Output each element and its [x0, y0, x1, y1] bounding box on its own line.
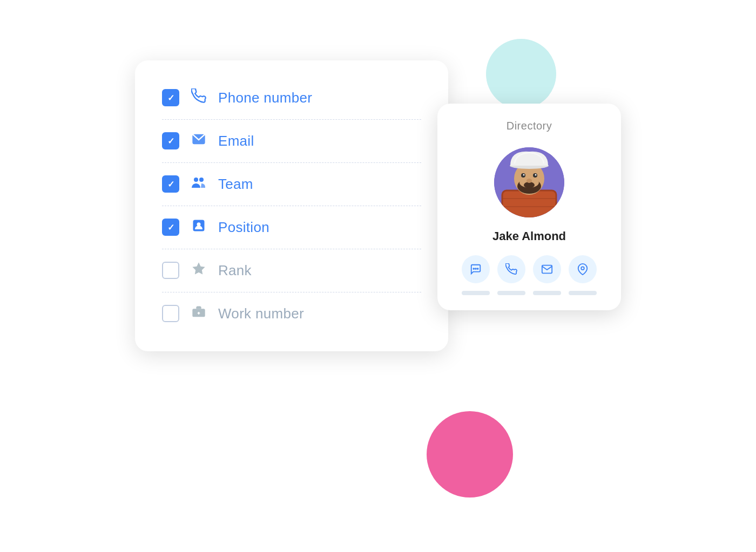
- svg-point-22: [523, 174, 525, 175]
- svg-point-1: [194, 178, 198, 182]
- checkbox-work-number[interactable]: [162, 305, 179, 322]
- avatar-container: [450, 147, 608, 217]
- pink-circle-decoration: [427, 411, 513, 498]
- checklist-item-position: Position: [162, 206, 421, 249]
- email-button[interactable]: [533, 255, 561, 283]
- phone-label: Phone number: [218, 90, 312, 106]
- position-icon: [189, 218, 208, 237]
- location-button[interactable]: [569, 255, 597, 283]
- svg-point-23: [535, 174, 537, 175]
- scene: Phone number Email Tea: [135, 39, 621, 514]
- call-button[interactable]: [497, 255, 525, 283]
- work-number-label: Work number: [218, 305, 304, 322]
- action-icons-row: [450, 255, 608, 283]
- rank-icon: [189, 261, 208, 280]
- work-number-icon: [189, 304, 208, 323]
- rank-label: Rank: [218, 262, 252, 279]
- person-name: Jake Almond: [450, 229, 608, 243]
- svg-point-27: [477, 268, 478, 269]
- svg-point-5: [195, 221, 198, 223]
- directory-title: Directory: [450, 120, 608, 132]
- person-avatar: [494, 147, 564, 217]
- svg-point-28: [581, 267, 584, 270]
- svg-point-2: [199, 178, 204, 182]
- checklist-item-work-number: Work number: [162, 292, 421, 335]
- action-labels-row: [450, 291, 608, 295]
- directory-card: Directory: [437, 104, 621, 310]
- team-icon: [189, 175, 208, 194]
- checklist-card: Phone number Email Tea: [135, 60, 448, 351]
- checklist-item-phone: Phone number: [162, 77, 421, 120]
- chat-button[interactable]: [462, 255, 490, 283]
- checklist-item-email: Email: [162, 120, 421, 163]
- checkbox-team[interactable]: [162, 175, 179, 193]
- checkbox-email[interactable]: [162, 132, 179, 149]
- cyan-circle-decoration: [486, 39, 556, 109]
- checkbox-phone[interactable]: [162, 89, 179, 106]
- email-icon: [189, 132, 208, 151]
- chat-label-bar: [462, 291, 490, 295]
- location-label-bar: [569, 291, 597, 295]
- svg-point-25: [475, 268, 476, 269]
- email-label-bar: [533, 291, 561, 295]
- call-label-bar: [497, 291, 525, 295]
- checklist-item-team: Team: [162, 163, 421, 206]
- svg-point-26: [473, 268, 474, 269]
- team-label: Team: [218, 176, 253, 193]
- checkbox-rank[interactable]: [162, 262, 179, 279]
- svg-marker-6: [192, 262, 205, 274]
- checklist-item-rank: Rank: [162, 249, 421, 292]
- email-label: Email: [218, 133, 254, 149]
- svg-point-19: [526, 179, 532, 183]
- phone-icon: [189, 88, 208, 107]
- checkbox-position[interactable]: [162, 219, 179, 236]
- position-label: Position: [218, 219, 269, 236]
